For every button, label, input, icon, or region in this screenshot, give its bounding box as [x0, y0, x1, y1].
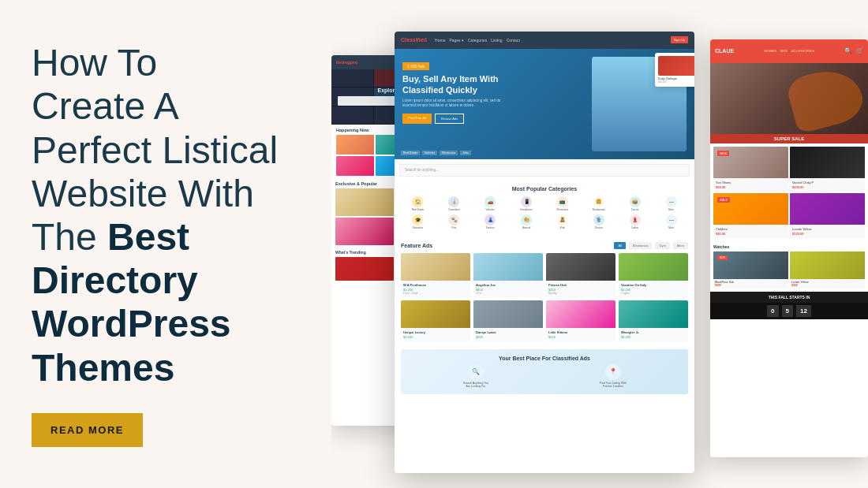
headline-line2: Create A [32, 85, 179, 127]
right-sale-footer: THIS FALL STARTS IN [710, 292, 868, 303]
main-ad-card-4: Vacation On Italy $2,100 7 nights [619, 253, 688, 297]
main-cat-label-13: Kids [560, 226, 565, 229]
main-cat-more2: ⋯ More [654, 214, 688, 229]
main-cat-icon-1: 🏠 [412, 196, 423, 207]
right-product-info-4: Locate Yellow $129.00 [790, 225, 865, 238]
right-product-name-2: Vacant Chaly P [792, 181, 862, 184]
screenshot-right: CLAUE WOMEN MEN ACCESSORIES 🔍 🛒 SUPER SA… [710, 39, 868, 457]
right-search-icon[interactable]: 🔍 [844, 47, 852, 54]
right-product-img-2 [790, 147, 865, 178]
main-ad-price-7: $150 [548, 335, 613, 339]
left-trending-img-1 [335, 257, 394, 281]
main-ad-info-3: Fitness Hub $350 Monthly [546, 281, 615, 297]
main-ad-card-1: W.A Penthouse $1,200 1 bed · 2 bath [401, 253, 470, 297]
main-search-bar[interactable]: Search for anything... [399, 164, 690, 177]
tab-gym[interactable]: Gym [655, 242, 669, 249]
right-product-price-4: $129.00 [792, 232, 862, 236]
main-ad-img-8 [619, 300, 688, 328]
main-hero-sub: Lorem ipsum dolor sit amet, consectetur … [402, 99, 513, 109]
main-hero-post-btn[interactable]: Post Free Ad [402, 114, 432, 124]
left-logo: listingpro [336, 60, 357, 65]
main-ad-price-5: $3,500 [403, 335, 468, 339]
main-nav-logo: Classified [401, 37, 427, 43]
main-ad-meta-4: 7 nights [621, 292, 686, 295]
main-cat-education: 🎓 Education [401, 214, 435, 229]
main-ad-title-1: W.A Penthouse [403, 283, 468, 287]
headline-line3: Perfect Listical [32, 129, 278, 171]
main-cat-label-14: Doctors [595, 226, 603, 229]
main-ad-price-6: $600 [476, 335, 541, 339]
main-ads-grid-2: Unique Luxury $3,500 Darvye Lewis $600 [401, 300, 688, 341]
main-categories-title: Most Popular Categories [401, 186, 688, 192]
main-search-placeholder: Search for anything... [405, 168, 439, 172]
screenshot-main: Classified Home Pages ▾ Categories Listi… [395, 32, 694, 473]
right-watches-grid: NEW BlackRose Sub $899 Locate Yellow $45… [713, 251, 865, 289]
tab-more[interactable]: More [673, 242, 688, 249]
right-cart-icon[interactable]: 🛒 [855, 47, 863, 54]
main-cat-pets: 🐾 Pets [437, 214, 471, 229]
main-cat-electronics: 📺 Electronics [546, 196, 580, 211]
right-header: CLAUE WOMEN MEN ACCESSORIES 🔍 🛒 [710, 39, 868, 63]
main-ad-img-6 [473, 300, 543, 328]
main-ad-meta-1: 1 bed · 2 bath [403, 292, 468, 295]
main-ad-card-3: Fitness Hub $350 Monthly [546, 253, 615, 297]
right-product-card-3: SALE Children $45.00 [713, 193, 788, 238]
main-cat-label-1: Real Estate [412, 208, 425, 211]
left-exclusive-card-3 [335, 218, 394, 245]
nav-link-categories: Categories [468, 38, 487, 43]
right-new-badge-1: NEW [717, 151, 729, 156]
main-cat-label-16: More [668, 226, 674, 229]
main-ad-meta-3: Monthly [548, 292, 613, 295]
main-hero-title: Buy, Sell Any Item With Classified Quick… [402, 73, 513, 96]
right-watch-price-2: $459 [791, 284, 863, 287]
main-hero-browse-btn[interactable]: Browse Ads [435, 114, 464, 124]
main-cat-artwork: 🎨 Artwork [510, 214, 544, 229]
right-product-name-3: Children [716, 227, 786, 231]
read-more-button[interactable]: READ MORE [32, 413, 143, 447]
right-product-price-2: $299.00 [792, 185, 862, 189]
right-product-grid: NEW Sov Shoes $99.99 Vacant Chaly P $299… [710, 143, 868, 241]
main-cat-courier: 📦 Courier [618, 196, 652, 211]
main-ad-info-4: Vacation On Italy $2,100 7 nights [619, 281, 688, 297]
main-ads-header: Feature Ads All Electronics Gym More [401, 242, 688, 249]
main-hero-car-card: Dodge Challenger $45,000 [655, 53, 694, 87]
main-cat-label-15: Ladies [631, 226, 638, 229]
right-hero-shoe [784, 63, 867, 134]
main-cat-icon-12: 🎨 [521, 214, 532, 225]
main-ad-info-7: Little Kittens $150 [546, 328, 615, 341]
right-product-card-2: Vacant Chaly P $299.00 [790, 147, 865, 192]
main-cat-icon-7: 📦 [630, 196, 641, 207]
right-watch-card-1: NEW BlackRose Sub $899 [713, 251, 788, 289]
main-cat-label-6: Restaurants [593, 208, 605, 211]
main-ad-title-3: Fitness Hub [548, 283, 613, 287]
main-hero-tag-3: Electronics [440, 151, 458, 155]
main-nav-links: Home Pages ▾ Categories Listing Contact [435, 38, 520, 43]
main-ad-card-6: Darvye Lewis $600 [473, 300, 543, 341]
main-ad-title-4: Vacation On Italy [621, 283, 686, 287]
main-cat-label-7: Courier [631, 208, 639, 211]
main-classified-section: Your Best Place For Classified Ads 🔍 Sea… [401, 349, 688, 394]
main-cat-icon-8: ⋯ [666, 196, 677, 207]
right-watches-section: Watches NEW BlackRose Sub $899 [710, 241, 868, 292]
headline-line4: Website With [32, 173, 254, 214]
main-ad-title-2: Angelina Joe [476, 283, 541, 287]
right-nav-accessories: ACCESSORIES [791, 49, 814, 53]
right-header-icons: 🔍 🛒 [844, 47, 863, 54]
main-ad-img-2 [473, 253, 543, 281]
left-img-1 [336, 135, 374, 155]
main-ads-title: Feature Ads [401, 243, 432, 248]
right-timer: 0 5 12 [710, 303, 868, 319]
left-exclusive-card-1 [335, 188, 394, 216]
main-classified-location-label: Find Your Listing With Precise Location [600, 382, 627, 388]
headline-line6: Directory [32, 259, 198, 301]
right-product-card-4: Locate Yellow $129.00 [790, 193, 865, 238]
main-ad-img-7 [546, 300, 615, 328]
main-classified-icon-location: 📍 Find Your Listing With Precise Locatio… [600, 364, 627, 388]
tab-electronics[interactable]: Electronics [629, 242, 653, 249]
right-product-name-4: Locate Yellow [792, 227, 862, 231]
right-product-info-1: Sov Shoes $99.99 [713, 178, 788, 192]
main-cat-label-3: Vehicles [486, 208, 495, 211]
left-img-4 [336, 156, 374, 176]
tab-all[interactable]: All [614, 242, 625, 249]
right-product-info-2: Vacant Chaly P $299.00 [790, 178, 865, 192]
